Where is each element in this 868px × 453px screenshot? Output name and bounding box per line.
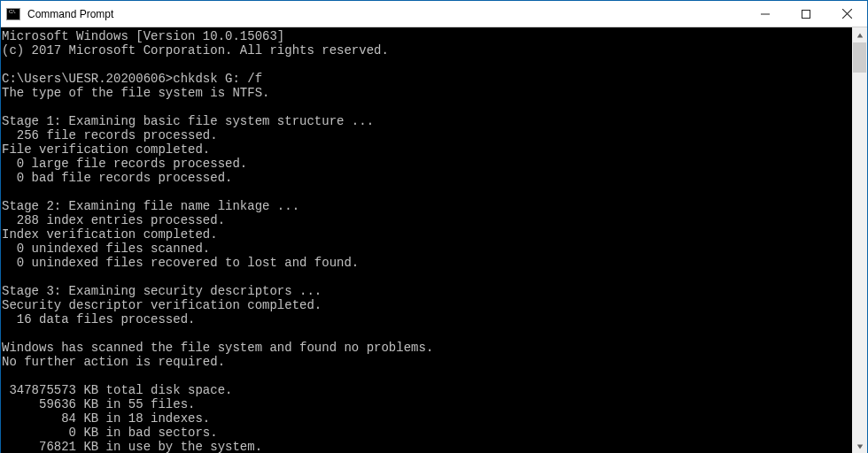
scroll-down-button[interactable] [852, 439, 867, 453]
vertical-scrollbar[interactable] [852, 27, 867, 453]
scroll-up-button[interactable] [852, 27, 867, 42]
svg-marker-4 [856, 33, 862, 37]
close-icon [842, 9, 852, 19]
maximize-icon [802, 10, 810, 19]
scrollbar-track[interactable] [852, 42, 867, 439]
chevron-down-icon [856, 443, 864, 450]
close-button[interactable] [826, 1, 867, 27]
minimize-button[interactable] [745, 1, 786, 27]
maximize-button[interactable] [786, 1, 826, 27]
terminal-output[interactable]: Microsoft Windows [Version 10.0.15063] (… [1, 27, 852, 453]
minimize-icon [761, 10, 770, 19]
window-title: Command Prompt [26, 8, 745, 20]
command-prompt-window: C:\. Command Prompt Microsoft Windows [V… [0, 0, 868, 453]
client-area: Microsoft Windows [Version 10.0.15063] (… [1, 27, 867, 453]
scrollbar-thumb[interactable] [853, 42, 866, 73]
titlebar[interactable]: C:\. Command Prompt [1, 1, 867, 27]
svg-marker-5 [856, 444, 862, 449]
chevron-up-icon [856, 32, 864, 39]
window-control-buttons [745, 1, 867, 27]
svg-rect-1 [802, 10, 810, 18]
command-prompt-icon: C:\. [6, 8, 20, 20]
app-icon-slot: C:\. [1, 1, 26, 27]
